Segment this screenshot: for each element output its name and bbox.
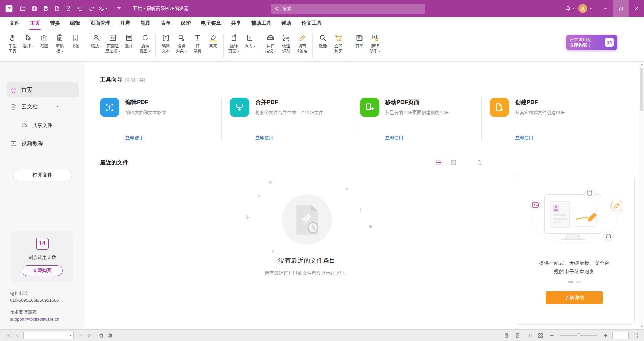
- quick-ocr-button[interactable]: 快速 识别: [278, 32, 294, 61]
- save-button[interactable]: [29, 3, 40, 14]
- rotate-pages-button[interactable]: 旋转 页面: [226, 32, 242, 61]
- menu-paper-tools[interactable]: 论文工具: [297, 17, 327, 30]
- trial-buy-badge[interactable]: 正在试用期 立即购买！ 14: [566, 35, 617, 50]
- zoom-out-icon: [549, 333, 555, 338]
- search-box[interactable]: [271, 4, 425, 14]
- menu-comment[interactable]: 注释: [115, 17, 136, 30]
- restore-window-button[interactable]: [613, 0, 629, 17]
- activate-button[interactable]: 激活: [315, 32, 331, 61]
- export-document-button[interactable]: [63, 3, 74, 14]
- zoom-slider[interactable]: [560, 335, 597, 336]
- sidebar-item-cloud-docs[interactable]: 云文档: [7, 99, 79, 114]
- menu-file[interactable]: 文件: [5, 17, 25, 30]
- sidebar-item-home[interactable]: 首页: [7, 82, 79, 97]
- menu-home[interactable]: 主页: [25, 17, 45, 30]
- first-page-button[interactable]: [4, 331, 13, 340]
- clear-recent-trash-icon[interactable]: [476, 159, 483, 166]
- close-window-button[interactable]: [629, 0, 644, 17]
- chevron-down-icon: [253, 46, 255, 47]
- carousel-dot-active[interactable]: [568, 281, 573, 283]
- menu-view[interactable]: 视图: [136, 17, 156, 30]
- subscribe-button[interactable]: 订阅: [352, 32, 367, 61]
- last-page-button[interactable]: [85, 331, 93, 340]
- fit-page-options-button[interactable]: 页面适 应选项: [104, 32, 121, 61]
- print-button[interactable]: [40, 3, 51, 14]
- support-email-address[interactable]: support@foxitsoftware.cn: [10, 316, 85, 323]
- continuous-view-button[interactable]: [513, 331, 522, 340]
- tool-card-move-pages[interactable]: 移动PDF页面 从已有的PDF页面创建新的PDF 立即使用: [352, 97, 481, 141]
- account-menu-chevron-icon[interactable]: [590, 8, 592, 9]
- tool-card-merge-pdf[interactable]: 合并PDF 将多个文件合并生成一个PDF文件 立即使用: [221, 97, 351, 141]
- use-now-link[interactable]: 立即使用: [255, 125, 323, 141]
- open-file-quick-button[interactable]: [17, 3, 28, 14]
- insert-pages-button[interactable]: 插入: [242, 32, 258, 61]
- tool-card-create-pdf[interactable]: 创建PDF 从其它格式文件创建PDF 立即使用: [481, 97, 611, 141]
- bookmark-button[interactable]: 书签: [68, 32, 84, 61]
- menu-accessibility[interactable]: 辅助工具: [246, 17, 276, 30]
- sidebar-item-shared-files[interactable]: 共享文件: [7, 119, 79, 132]
- hand-tool-button[interactable]: 手型 工具: [5, 32, 20, 61]
- translate-assistant-button[interactable]: 翻译 助手: [367, 32, 383, 61]
- menu-esign[interactable]: 电子签章: [196, 17, 226, 30]
- menu-help[interactable]: 帮助: [276, 17, 297, 30]
- rotate-view-button[interactable]: 旋转 视图: [137, 32, 153, 61]
- undo-button[interactable]: [74, 3, 85, 14]
- scrollbar-thumb[interactable]: [640, 68, 643, 111]
- scroll-down-arrow-icon[interactable]: [639, 324, 644, 329]
- single-page-view-button[interactable]: [502, 331, 511, 340]
- sidebar-item-video-tutorials[interactable]: 视频教程: [7, 136, 79, 151]
- highlight-button[interactable]: 高亮: [205, 32, 221, 61]
- minimize-button[interactable]: [598, 0, 613, 17]
- user-avatar[interactable]: [578, 4, 587, 13]
- select-button[interactable]: 选择: [20, 32, 36, 61]
- menu-protect[interactable]: 保护: [176, 17, 196, 30]
- buy-now-button[interactable]: 立即购买: [22, 265, 63, 276]
- scroll-up-arrow-icon[interactable]: [639, 62, 644, 67]
- page-number-input[interactable]: [23, 332, 74, 339]
- tool-card-edit-pdf[interactable]: 编辑PDF 编辑文档和文本格式 立即使用: [100, 97, 221, 141]
- from-scanner-button[interactable]: 从扫 描仪: [263, 32, 278, 61]
- menu-share[interactable]: 共享: [226, 17, 246, 30]
- list-view-icon[interactable]: [435, 159, 442, 166]
- previous-page-button[interactable]: [13, 331, 21, 340]
- menu-convert[interactable]: 转换: [45, 17, 65, 30]
- reflow-button[interactable]: 重排: [121, 32, 137, 61]
- zoom-button[interactable]: 缩放: [89, 32, 104, 61]
- zoom-in-button[interactable]: [601, 331, 610, 340]
- buy-now-ribbon-button[interactable]: 立即 购买: [331, 32, 346, 61]
- notifications-button[interactable]: [564, 3, 575, 14]
- zoom-out-button[interactable]: [547, 331, 556, 340]
- edit-object-button[interactable]: 编辑 对象: [174, 32, 190, 61]
- use-now-link[interactable]: 立即使用: [125, 125, 166, 141]
- grid-view-icon[interactable]: [450, 159, 457, 166]
- zoom-slider-thumb[interactable]: [577, 333, 581, 337]
- facing-view-button[interactable]: [525, 331, 533, 340]
- zoom-value-input[interactable]: [612, 332, 629, 339]
- snapshot-button[interactable]: 截图: [36, 32, 52, 61]
- chevron-down-icon[interactable]: [57, 106, 59, 107]
- menu-page-management[interactable]: 页面管理: [85, 17, 115, 30]
- use-now-link[interactable]: 立即使用: [385, 125, 449, 141]
- facing-continuous-view-button[interactable]: [536, 331, 545, 340]
- next-page-button[interactable]: [76, 331, 85, 340]
- previous-view-button[interactable]: [97, 331, 105, 340]
- fill-sign-button[interactable]: 填写 &签名: [294, 32, 310, 61]
- content-scrollbar[interactable]: [639, 62, 644, 329]
- menu-form[interactable]: 表单: [156, 17, 176, 30]
- learn-more-button[interactable]: 了解详情: [546, 291, 603, 304]
- typewriter-button[interactable]: 打 字机: [190, 32, 205, 61]
- fullscreen-button[interactable]: [631, 331, 640, 340]
- next-view-button[interactable]: [105, 331, 114, 340]
- use-now-link[interactable]: 立即使用: [515, 125, 565, 141]
- search-input[interactable]: [282, 6, 422, 11]
- customize-toolbar-button[interactable]: [113, 3, 124, 14]
- carousel-dot[interactable]: [576, 281, 581, 283]
- import-document-button[interactable]: [52, 3, 62, 14]
- clipboard-button[interactable]: 剪贴 板: [52, 32, 68, 61]
- page-dropdown-chevron-icon[interactable]: [70, 335, 72, 336]
- menu-edit[interactable]: 编辑: [65, 17, 85, 30]
- edit-text-button[interactable]: 编辑 文本: [158, 32, 174, 61]
- open-file-button[interactable]: 打开文件: [13, 169, 72, 181]
- redo-button[interactable]: [86, 3, 97, 14]
- esign-quick-button[interactable]: [97, 3, 108, 14]
